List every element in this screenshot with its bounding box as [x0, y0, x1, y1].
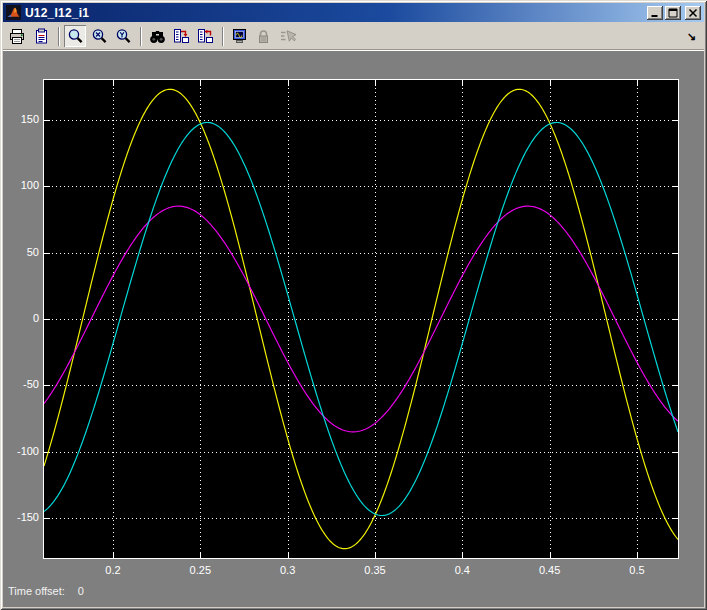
zoom-x-icon	[91, 28, 108, 45]
save-axes-button[interactable]	[170, 25, 192, 47]
y-tick-label: 100	[3, 179, 39, 191]
lock-icon	[255, 28, 272, 45]
signal-selection-button[interactable]	[276, 25, 298, 47]
binoculars-icon	[149, 28, 166, 45]
x-tick-label: 0.45	[539, 564, 560, 576]
x-tick-label: 0.5	[629, 564, 644, 576]
close-button[interactable]	[685, 6, 701, 20]
zoom-x-button[interactable]	[88, 25, 110, 47]
x-tick-label: 0.4	[455, 564, 470, 576]
lock-axes-button[interactable]	[252, 25, 274, 47]
y-tick-label: -50	[3, 378, 39, 390]
save-axes-icon	[173, 28, 190, 45]
maximize-icon	[668, 8, 678, 18]
x-tick-label: 0.25	[190, 564, 211, 576]
parameters-icon	[33, 28, 50, 45]
toolbar-separator	[58, 27, 60, 46]
zoom-icon	[67, 28, 84, 45]
toolbar-overflow-icon[interactable]: ↘	[687, 31, 696, 41]
toolbar: ↘	[3, 23, 704, 49]
maximize-button[interactable]	[665, 6, 681, 20]
floating-scope-button[interactable]	[228, 25, 250, 47]
zoom-button[interactable]	[64, 25, 86, 47]
plot-svg	[44, 80, 678, 558]
restore-axes-icon	[197, 28, 214, 45]
zoom-y-button[interactable]	[112, 25, 134, 47]
titlebar[interactable]: U12_I12_i1	[3, 3, 704, 22]
x-tick-label: 0.3	[280, 564, 295, 576]
x-tick-label: 0.2	[105, 564, 120, 576]
y-tick-label: 150	[3, 113, 39, 125]
time-offset-label: Time offset:	[8, 585, 65, 597]
minimize-button[interactable]	[647, 6, 663, 20]
plot-area[interactable]	[43, 79, 679, 559]
print-button[interactable]	[6, 25, 28, 47]
restore-axes-button[interactable]	[194, 25, 216, 47]
signal-selection-icon	[279, 28, 296, 45]
print-icon	[9, 28, 26, 45]
matlab-scope-icon	[6, 5, 21, 20]
toolbar-separator	[140, 27, 142, 46]
window-title: U12_I12_i1	[25, 6, 645, 20]
y-tick-label: 0	[3, 312, 39, 324]
close-icon	[688, 8, 698, 18]
time-offset-value: 0	[78, 585, 84, 597]
x-tick-label: 0.35	[364, 564, 385, 576]
y-tick-label: 50	[3, 246, 39, 258]
parameters-button[interactable]	[30, 25, 52, 47]
toolbar-separator	[222, 27, 224, 46]
status-bar: Time offset:0	[8, 585, 84, 597]
minimize-icon	[650, 8, 660, 18]
scope-window: U12_I12_i1	[0, 0, 707, 610]
y-tick-label: -100	[3, 445, 39, 457]
zoom-y-icon	[115, 28, 132, 45]
window-controls	[645, 6, 701, 20]
y-tick-label: -150	[3, 511, 39, 523]
autoscale-button[interactable]	[146, 25, 168, 47]
plot-panel: Time offset:0 0.20.250.30.350.40.450.5-1…	[3, 51, 704, 607]
floating-scope-icon	[231, 28, 248, 45]
